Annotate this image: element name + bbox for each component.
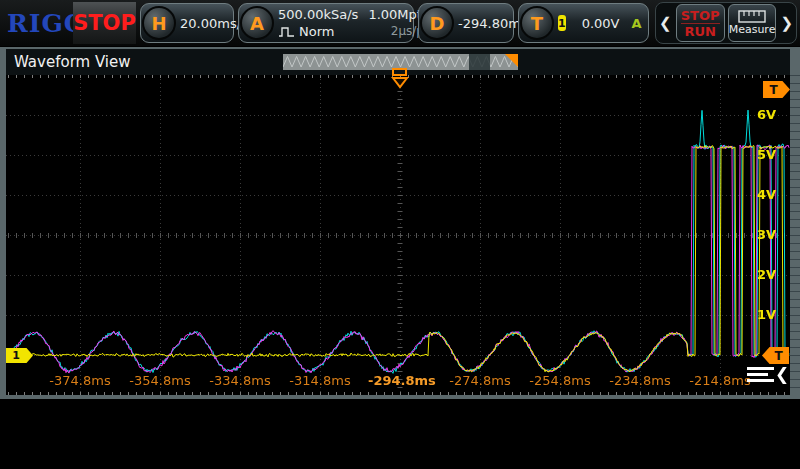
chevron-left-icon: ❮ xyxy=(775,364,789,384)
y-axis-label: 1V xyxy=(746,307,776,322)
trigger-control[interactable]: T 1 0.00V A xyxy=(518,3,649,43)
acquire-mode: Norm xyxy=(299,23,334,40)
time-axis-labels: -374.8ms -354.8ms -334.8ms -314.8ms -294… xyxy=(0,373,800,389)
measure-label: Measure xyxy=(729,23,776,36)
d-knob-icon[interactable]: D xyxy=(420,6,454,40)
trigger-position-box[interactable] xyxy=(392,68,407,76)
x-axis-label: -354.8ms xyxy=(128,373,192,388)
menu-handle[interactable]: ❮ xyxy=(747,361,791,387)
delay-control[interactable]: D -294.80ms xyxy=(418,3,514,43)
y-axis-label: 2V xyxy=(746,267,776,282)
waveform-canvas[interactable] xyxy=(6,75,790,395)
bottom-bar: R 1 1.00V/ -3.00V 2 1.00V/ -3.00V 3 1.00… xyxy=(0,399,800,469)
trigger-source-badge: 1 xyxy=(558,15,566,31)
trigger-status: A xyxy=(632,16,642,31)
trigger-position-marker[interactable] xyxy=(391,77,409,89)
right-ruler xyxy=(790,75,800,395)
stop-run-button[interactable]: STOP RUN xyxy=(676,4,725,42)
function-panel: ❮ STOP RUN Measure ❯ xyxy=(655,2,797,44)
ruler-icon xyxy=(738,10,766,23)
y-axis-label: 5V xyxy=(746,147,776,162)
window-title: Waveform View xyxy=(14,53,131,71)
hamburger-icon xyxy=(747,364,774,385)
x-axis-label: -314.8ms xyxy=(288,373,352,388)
graticule-area xyxy=(6,75,790,395)
x-axis-label: -374.8ms xyxy=(48,373,112,388)
overview-window-region[interactable] xyxy=(469,54,490,70)
y-axis-label: 4V xyxy=(746,187,776,202)
y-axis-label: 6V xyxy=(746,107,776,122)
sample-rate: 500.00kSa/s xyxy=(278,6,358,23)
x-axis-label: -214.8ms xyxy=(688,373,752,388)
a-knob-icon[interactable]: A xyxy=(240,6,274,40)
oscilloscope-screen: RIGOL STOP H 20.00ms/ A 500.00kSa/s Norm xyxy=(0,0,800,469)
prev-function-button[interactable]: ❮ xyxy=(658,14,673,32)
t-knob-icon[interactable]: T xyxy=(520,6,554,40)
next-function-button[interactable]: ❯ xyxy=(779,14,794,32)
x-axis-label: -274.8ms xyxy=(448,373,512,388)
overview-corner-marker xyxy=(505,54,518,67)
top-bar: RIGOL STOP H 20.00ms/ A 500.00kSa/s Norm xyxy=(0,0,800,46)
horizontal-scale-control[interactable]: H 20.00ms/ xyxy=(140,3,234,43)
waveform-window: Waveform View xyxy=(0,47,800,399)
trigger-level-value: 0.00V xyxy=(582,16,620,31)
x-axis-label: -234.8ms xyxy=(608,373,672,388)
x-axis-label: -334.8ms xyxy=(208,373,272,388)
measure-button[interactable]: Measure xyxy=(728,4,777,42)
run-label: RUN xyxy=(684,24,715,39)
h-scale-value: 20.00ms/ xyxy=(180,16,241,31)
acquire-mode-icon xyxy=(278,26,295,37)
x-axis-label-trigger: -294.8ms xyxy=(368,373,432,388)
x-axis-label: -254.8ms xyxy=(528,373,592,388)
acquire-control[interactable]: A 500.00kSa/s Norm 1.00Mpts 2µs/pt xyxy=(238,3,414,43)
y-axis-label: 3V xyxy=(746,227,776,242)
stop-label: STOP xyxy=(681,8,720,24)
run-state-indicator: STOP xyxy=(73,2,136,44)
h-knob-icon[interactable]: H xyxy=(142,6,176,40)
